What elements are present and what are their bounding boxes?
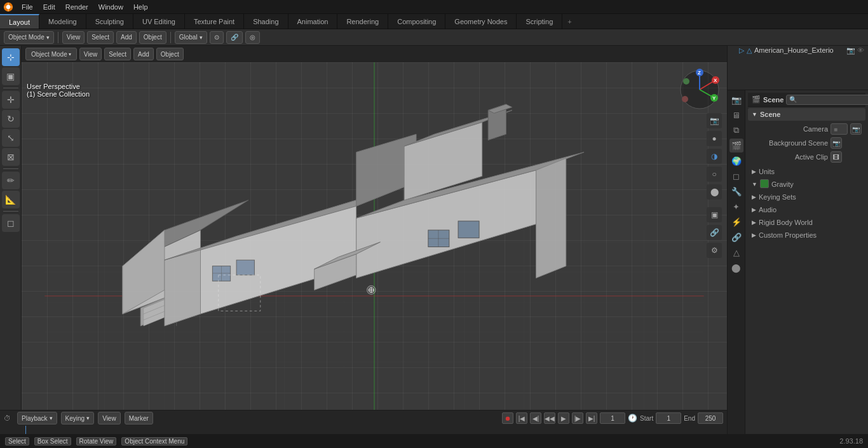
transform-btn[interactable]: Global: [175, 31, 207, 44]
tab-uv-editing[interactable]: UV Editing: [133, 14, 185, 29]
menu-window[interactable]: Window: [93, 0, 128, 13]
tab-compositing[interactable]: Compositing: [388, 14, 445, 29]
viewport-add-btn[interactable]: Add: [133, 48, 154, 60]
marker-btn[interactable]: Marker: [125, 412, 153, 424]
viewport-options-icon[interactable]: ⚙: [707, 243, 722, 258]
menu-edit[interactable]: Edit: [38, 0, 60, 13]
object-props-icon[interactable]: ◻: [729, 169, 743, 183]
play-btn[interactable]: ▶: [558, 412, 569, 424]
active-clip-icon[interactable]: 🎞: [831, 151, 842, 163]
viewport-object-btn[interactable]: Object: [156, 48, 184, 60]
gravity-enabled-checkbox[interactable]: [760, 179, 769, 188]
view-layer-icon[interactable]: ⧉: [729, 123, 743, 137]
tab-shading[interactable]: Shading: [244, 14, 288, 29]
add-menu-btn[interactable]: Add: [116, 31, 137, 44]
scene-section-header[interactable]: ▼ Scene: [748, 108, 865, 121]
tool-sep-2: [3, 168, 18, 169]
particles-icon[interactable]: ✦: [729, 200, 743, 214]
constraints-icon[interactable]: 🔗: [729, 230, 743, 244]
next-keyframe-btn[interactable]: |▶: [572, 412, 583, 424]
viewport-snap-icon[interactable]: 🔗: [707, 225, 722, 240]
rotate-tool[interactable]: ↻: [2, 110, 20, 128]
end-frame[interactable]: 250: [698, 412, 723, 424]
props-search-input[interactable]: [786, 95, 868, 105]
viewport-shading-material-icon[interactable]: ◑: [707, 149, 722, 164]
transform-tool[interactable]: ⊠: [2, 148, 20, 166]
jump-end-btn[interactable]: ▶|: [586, 412, 597, 424]
rigid-body-collapse-row[interactable]: ▶ Rigid Body World: [748, 216, 865, 229]
modifier-props-icon[interactable]: 🔧: [729, 184, 743, 198]
svg-text:Y: Y: [712, 95, 716, 101]
record-btn[interactable]: ⏺: [502, 412, 513, 424]
material-icon[interactable]: ⬤: [729, 261, 743, 275]
object-mode-dropdown[interactable]: Object Mode: [4, 31, 54, 44]
world-props-icon[interactable]: 🌍: [729, 154, 743, 168]
viewport-overlay-icon[interactable]: ⬤: [707, 184, 722, 200]
custom-props-collapse-row[interactable]: ▶ Custom Properties: [748, 229, 865, 241]
cursor-tool[interactable]: ⊹: [2, 48, 20, 66]
viewport-select-btn[interactable]: Select: [104, 48, 131, 60]
tab-modeling[interactable]: Modeling: [39, 14, 86, 29]
viewport-shading-solid-icon[interactable]: ●: [707, 131, 722, 146]
tab-rendering[interactable]: Rendering: [337, 14, 388, 29]
start-frame[interactable]: 1: [656, 412, 681, 424]
viewport-mode-btn[interactable]: Object Mode: [25, 48, 77, 60]
render-props-icon[interactable]: 📷: [729, 93, 743, 107]
viewport-camera-icon[interactable]: 📷: [707, 113, 722, 128]
current-frame[interactable]: 1: [600, 412, 625, 424]
viewport-shading-rendered-icon[interactable]: ○: [707, 166, 722, 182]
measure-tool[interactable]: 📐: [2, 191, 20, 208]
physics-icon[interactable]: ⚡: [729, 215, 743, 229]
scale-tool[interactable]: ⤡: [2, 129, 20, 147]
pivot-btn[interactable]: ⊙: [210, 31, 224, 44]
tab-sculpting[interactable]: Sculpting: [86, 14, 133, 29]
view-menu-btn[interactable]: View: [62, 31, 85, 44]
tab-animation[interactable]: Animation: [288, 14, 338, 29]
audio-collapse-row[interactable]: ▶ Audio: [748, 203, 865, 216]
play-reverse-btn[interactable]: ◀◀: [544, 412, 555, 424]
tab-texture-paint[interactable]: Texture Paint: [185, 14, 244, 29]
menu-file[interactable]: File: [17, 0, 38, 13]
output-props-icon[interactable]: 🖥: [729, 108, 743, 122]
prev-keyframe-btn[interactable]: ◀|: [530, 412, 541, 424]
rigid-body-arrow-icon: ▶: [752, 219, 756, 226]
keying-sets-collapse-row[interactable]: ▶ Keying Sets: [748, 191, 865, 203]
menu-render[interactable]: Render: [60, 0, 93, 13]
add-workspace-button[interactable]: +: [562, 18, 576, 25]
keying-btn[interactable]: Keying: [61, 412, 95, 424]
tab-geometry-nodes[interactable]: Geometry Nodes: [445, 14, 517, 29]
annotate-tool[interactable]: ✏: [2, 172, 20, 189]
tab-layout[interactable]: Layout: [0, 14, 39, 29]
start-label: Start: [640, 415, 653, 422]
camera-prop-row: Camera ■ 📷: [748, 122, 865, 136]
tab-scripting[interactable]: Scripting: [517, 14, 562, 29]
gravity-checkbox[interactable]: [760, 179, 769, 189]
svg-text:Z: Z: [698, 70, 701, 76]
orientation-gizmo[interactable]: X Y Z: [677, 67, 722, 112]
add-cube-tool[interactable]: ◻: [2, 214, 20, 232]
viewport-canvas[interactable]: User Perspective (1) Scene Collection: [22, 62, 727, 410]
select-tool[interactable]: ▣: [2, 67, 20, 85]
snapping-btn[interactable]: 🔗: [226, 31, 243, 44]
mesh-camera-icon[interactable]: 📷: [846, 46, 855, 55]
svg-marker-38: [536, 158, 566, 278]
mesh-visibility-icon[interactable]: 👁: [857, 46, 864, 55]
move-tool[interactable]: ✛: [2, 91, 20, 109]
camera-picker-icon[interactable]: 📷: [850, 123, 862, 135]
units-collapse-row[interactable]: ▶ Units: [748, 165, 865, 178]
scene-props-icon[interactable]: 🎬: [729, 139, 743, 153]
data-icon[interactable]: △: [729, 245, 743, 259]
select-menu-btn[interactable]: Select: [87, 31, 114, 44]
viewport-xray-icon[interactable]: ▣: [707, 207, 722, 222]
gravity-collapse-row[interactable]: ▼ Gravity: [748, 178, 865, 191]
camera-value[interactable]: ■: [831, 123, 848, 135]
background-scene-icon[interactable]: 📷: [831, 137, 842, 149]
playback-btn[interactable]: Playback: [17, 412, 57, 424]
jump-start-btn[interactable]: |◀: [516, 412, 527, 424]
timeline-view-btn[interactable]: View: [98, 412, 121, 424]
object-menu-btn[interactable]: Object: [139, 31, 166, 44]
proportional-btn[interactable]: ◎: [245, 31, 260, 44]
viewport-3d[interactable]: Object Mode View Select Add Object User …: [22, 46, 727, 410]
menu-help[interactable]: Help: [128, 0, 153, 13]
viewport-view-btn[interactable]: View: [79, 48, 102, 60]
